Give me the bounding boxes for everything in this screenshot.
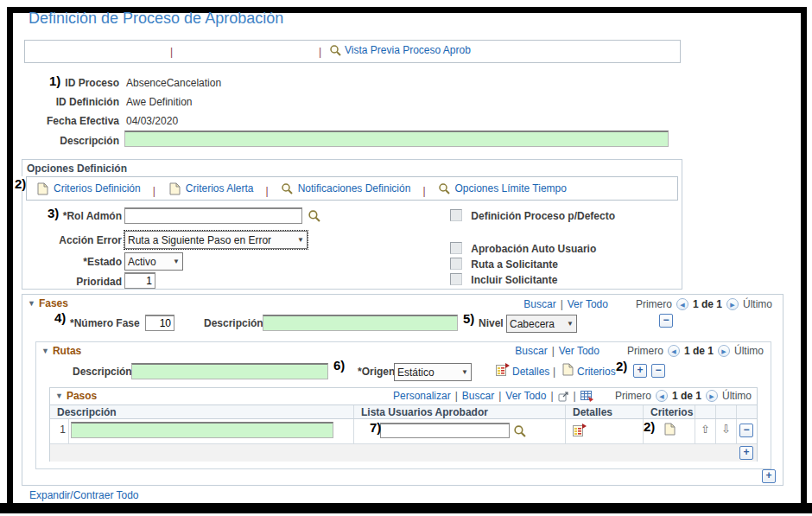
detalles-link[interactable]: Detalles [512, 366, 549, 378]
move-down-icon[interactable]: ⇩ [721, 423, 731, 436]
document-icon[interactable] [169, 182, 181, 195]
chevron-down-icon: ▼ [173, 258, 180, 265]
detalles-icon[interactable] [496, 363, 510, 376]
opciones-limite-tiempo-link[interactable]: Opciones Límite Tiempo [455, 182, 567, 194]
aprobacion-auto-usuario-checkbox[interactable] [450, 242, 462, 254]
checkbox-label: Incluir Solicitante [471, 274, 557, 286]
buscar-link[interactable]: Buscar [523, 298, 555, 310]
add-paso-button[interactable]: + [739, 446, 753, 460]
prioridad-input[interactable] [124, 272, 155, 289]
ultimo-label: Último [743, 298, 772, 310]
estado-select[interactable]: Activo ▼ [124, 252, 183, 271]
buscar-link[interactable]: Buscar [462, 390, 494, 402]
next-row-icon[interactable]: ▶ [706, 390, 718, 402]
fases-title: Fases [39, 297, 68, 309]
pasos-grid-actions: Personalizar | Buscar | Ver Todo | | [393, 390, 593, 402]
id-definicion-label: ID Definición [24, 96, 119, 108]
ruta-a-solicitante-checkbox[interactable] [450, 258, 462, 270]
document-icon[interactable] [664, 423, 676, 436]
primero-label: Primero [636, 298, 672, 310]
criterios-alerta-link[interactable]: Criterios Alerta [186, 182, 254, 194]
link-separator: | [422, 185, 425, 197]
incluir-solicitante-checkbox[interactable] [450, 273, 462, 285]
column-header-lista-usuarios: Lista Usuarios Aprobador [354, 405, 566, 418]
annotation-2-rutas: 2) [616, 359, 627, 373]
chevron-down-icon: ▼ [297, 236, 304, 244]
row-position: 1 de 1 [693, 298, 722, 310]
delete-ruta-button[interactable]: − [651, 364, 665, 378]
row-number: 1 [50, 419, 69, 443]
paso-descripcion-input[interactable] [71, 422, 333, 438]
pasos-nav: Primero ◀ 1 de 1 ▶ Último [615, 390, 752, 402]
prev-row-icon[interactable]: ◀ [656, 390, 668, 402]
ver-todo-link[interactable]: Ver Todo [568, 298, 608, 310]
descripcion-input[interactable] [124, 131, 669, 147]
move-up-icon[interactable]: ⇧ [701, 423, 710, 436]
notificaciones-definicion-link[interactable]: Notificaciones Definición [298, 182, 411, 194]
next-row-icon[interactable]: ▶ [718, 345, 730, 357]
accion-error-label: Acción Error [40, 234, 122, 246]
nivel-value: Cabecera [510, 318, 555, 330]
collapse-triangle-icon[interactable]: ▼ [28, 299, 35, 308]
column-header-empty [716, 405, 737, 418]
link-separator: | [153, 185, 155, 197]
primero-label: Primero [615, 390, 651, 402]
personalizar-link[interactable]: Personalizar [393, 390, 451, 402]
origen-select[interactable]: Estático ▼ [394, 363, 472, 381]
nav-separator: | [574, 390, 576, 402]
detalles-icon[interactable] [573, 424, 587, 436]
pasos-title: Pasos [67, 390, 97, 402]
column-header-empty [695, 405, 716, 418]
criterios-link[interactable]: Criterios [577, 366, 616, 378]
lista-usuarios-input[interactable] [380, 423, 510, 438]
criterios-definicion-link[interactable]: Criterios Definición [54, 182, 141, 194]
annotation-2-pasos: 2) [644, 419, 655, 434]
column-header-criterios: Criterios [644, 405, 695, 418]
delete-paso-button[interactable]: − [739, 424, 753, 437]
fecha-efectiva-value: 04/03/2020 [126, 115, 178, 127]
row-position: 1 de 1 [684, 345, 714, 357]
ruta-descripcion-input[interactable] [131, 363, 328, 379]
fase-descripcion-input[interactable] [263, 315, 458, 331]
document-icon[interactable] [37, 182, 48, 195]
popout-window-icon[interactable] [558, 391, 569, 402]
add-fase-button[interactable]: + [762, 469, 776, 483]
download-grid-icon[interactable] [580, 391, 593, 402]
next-row-icon[interactable]: ▶ [726, 298, 739, 310]
definicion-proceso-defecto-checkbox[interactable] [450, 209, 462, 221]
annotation-1: 1) [49, 73, 60, 88]
fases-section: ▼ Fases Buscar | Ver Todo Primero ◀ 1 de… [22, 294, 783, 486]
nivel-select[interactable]: Cabecera ▼ [506, 315, 577, 333]
vista-previa-proceso-aprob-link[interactable]: Vista Previa Proceso Aprob [329, 44, 471, 56]
estado-value: Activo [128, 256, 156, 268]
add-ruta-button[interactable]: + [633, 364, 647, 378]
prioridad-label: Prioridad [40, 276, 122, 288]
delete-fase-button[interactable]: − [659, 314, 673, 328]
ver-todo-link[interactable]: Ver Todo [505, 390, 546, 402]
annotation-5: 5) [463, 311, 474, 326]
fases-nav: Buscar | Ver Todo Primero ◀ 1 de 1 ▶ Últ… [523, 298, 772, 310]
buscar-link[interactable]: Buscar [515, 345, 547, 357]
annotation-7: 7) [370, 420, 381, 435]
document-icon[interactable] [562, 363, 574, 376]
annotation-2: 2) [15, 176, 26, 191]
fase-descripcion-label: Descripción [204, 317, 263, 329]
collapse-triangle-icon[interactable]: ▼ [55, 392, 63, 400]
approval-process-definition-page: Definición de Proceso de Aprobación | | … [0, 0, 812, 516]
column-header-empty [737, 405, 757, 418]
expandir-contraer-todo-link[interactable]: Expandir/Contraer Todo [29, 489, 139, 501]
prev-row-icon[interactable]: ◀ [668, 345, 680, 357]
collapse-triangle-icon[interactable]: ▼ [41, 347, 49, 355]
prev-row-icon[interactable]: ◀ [676, 298, 688, 310]
ver-todo-link[interactable]: Ver Todo [559, 345, 599, 357]
lookup-icon[interactable] [308, 209, 320, 222]
rol-admon-input[interactable] [124, 207, 302, 224]
accion-error-select[interactable]: Ruta a Siguiente Paso en Error ▼ [124, 231, 308, 249]
lookup-icon[interactable] [513, 424, 526, 437]
ultimo-label: Último [722, 390, 752, 402]
search-icon[interactable] [281, 182, 293, 194]
toolbar-separator: | [319, 46, 321, 58]
search-icon[interactable] [438, 182, 450, 194]
numero-fase-input[interactable] [145, 315, 174, 331]
pasos-grid-header: ▼ Pasos Personalizar | Buscar | Ver Todo… [50, 388, 757, 405]
